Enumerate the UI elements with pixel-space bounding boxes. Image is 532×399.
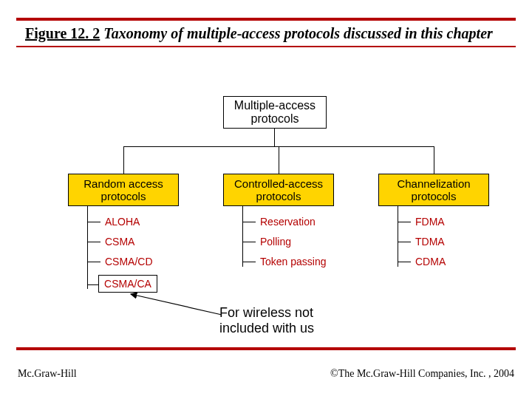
node-root: Multiple-access protocols [223,96,327,129]
annotation-text: For wireless not included with us [219,305,367,336]
node-controlled-access: Controlled-access protocols [223,174,334,206]
connector [87,222,100,222]
connector [274,129,275,146]
leaf-fdma: FDMA [415,216,445,228]
connector [87,206,88,289]
svg-line-0 [131,294,222,315]
leaf-cdma: CDMA [415,256,446,267]
connector [242,262,256,262]
connector [87,242,100,242]
label: Controlled-access [234,177,323,190]
label: Channelization [397,177,470,190]
label: protocols [412,190,457,202]
label: Random access [83,177,163,190]
connector [242,206,243,267]
figure-caption: Figure 12. 2 Taxonomy of multiple-access… [25,25,493,42]
leaf-polling: Polling [260,236,291,248]
annotation-arrow [129,293,233,322]
node-root-line1: Multiple-access [234,99,316,112]
slide: Figure 12. 2 Taxonomy of multiple-access… [0,0,532,399]
label: protocols [256,190,301,202]
leaf-csma: CSMA [105,236,134,248]
connector [398,222,411,222]
annotation-line2: included with us [219,321,367,336]
leaf-token-passing: Token passing [260,256,327,267]
figure-title: Taxonomy of multiple-access protocols di… [103,25,493,41]
connector [242,222,256,222]
leaf-tdma: TDMA [415,236,445,248]
node-root-line2: protocols [251,112,299,126]
figure-number: Figure 12. 2 [25,25,100,41]
rule-top-thin [16,46,516,47]
label: protocols [101,190,146,202]
connector [87,262,100,262]
annotation-line1: For wireless not [219,305,367,321]
connector [398,242,411,242]
connector [398,262,411,262]
highlight-csma-ca: CSMA/CA [98,275,157,293]
footer-right: ©The Mc.Graw-Hill Companies, Inc. , 2004 [330,368,514,380]
node-channelization: Channelization protocols [378,174,489,206]
leaf-csma-cd: CSMA/CD [105,256,153,267]
connector [123,146,124,174]
node-random-access: Random access protocols [68,174,179,206]
connector [398,206,398,267]
leaf-reservation: Reservation [260,216,316,228]
rule-bottom [16,347,516,350]
footer-left: Mc.Graw-Hill [18,368,77,380]
connector [434,146,434,174]
leaf-aloha: ALOHA [105,216,140,228]
rule-top-thick [16,18,516,21]
connector [279,146,279,174]
connector [242,242,256,242]
leaf-csma-ca: CSMA/CA [104,278,151,290]
